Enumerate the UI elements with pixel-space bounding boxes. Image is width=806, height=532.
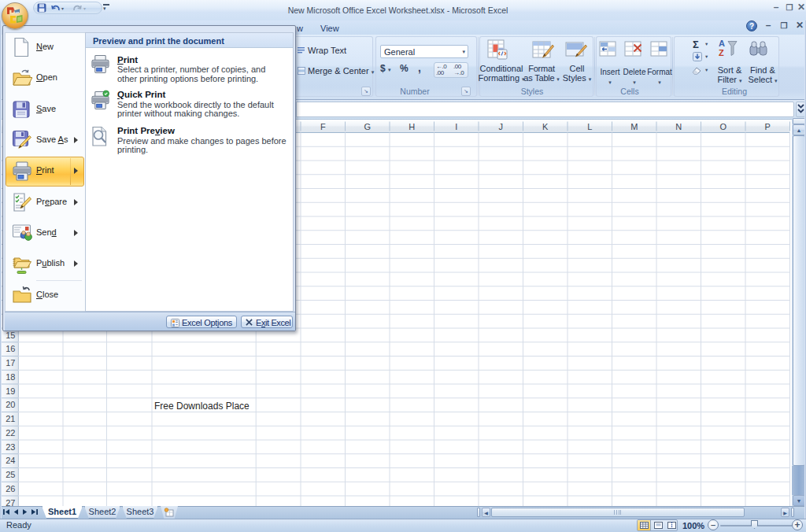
svg-text:27: 27 [6, 498, 15, 506]
svg-text:L: L [587, 122, 592, 131]
svg-text:M: M [630, 122, 638, 131]
svg-text:18: 18 [6, 372, 15, 382]
svg-text:G: G [364, 122, 371, 131]
svg-text:A: A [719, 39, 725, 48]
svg-text:Z: Z [719, 48, 724, 57]
svg-text:I: I [455, 122, 457, 131]
svg-text:25: 25 [6, 470, 15, 479]
svg-text:16: 16 [6, 344, 15, 353]
svg-text:22: 22 [6, 428, 15, 438]
svg-text:N: N [675, 122, 682, 131]
svg-text:K: K [542, 122, 549, 131]
svg-text:20: 20 [6, 400, 15, 409]
svg-text:19: 19 [6, 386, 15, 396]
svg-text:17: 17 [6, 358, 15, 368]
svg-text:23: 23 [6, 442, 15, 452]
svg-text:15: 15 [6, 331, 15, 340]
svg-text:P: P [765, 122, 771, 131]
svg-text:21: 21 [6, 414, 15, 423]
svg-text:26: 26 [6, 484, 15, 493]
svg-text:24: 24 [6, 456, 15, 465]
svg-text:Free Downloads Place: Free Downloads Place [154, 401, 250, 412]
svg-text:O: O [719, 122, 727, 131]
svg-text:J: J [499, 122, 504, 131]
svg-text:H: H [409, 122, 415, 131]
svg-text:F: F [320, 122, 326, 131]
